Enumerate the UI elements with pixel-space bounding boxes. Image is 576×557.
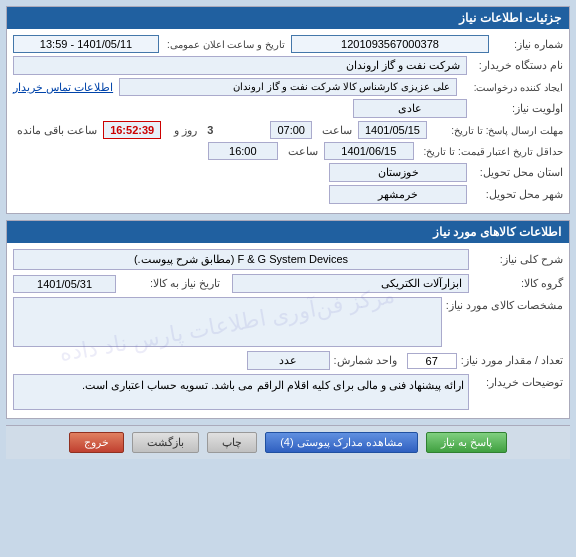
answer-button[interactable]: پاسخ به نیاز (426, 432, 507, 453)
group-label: گروه کالا: (473, 277, 563, 290)
group-value: ابزارآلات الکتریکی (232, 274, 469, 293)
exit-button[interactable]: خروج (69, 432, 124, 453)
send-from-time: 07:00 (270, 121, 312, 139)
send-to-time-label: ساعت (284, 145, 318, 158)
province-value: خوزستان (329, 163, 467, 182)
group-date-value: 1401/05/31 (13, 275, 116, 293)
datetime-value: 1401/05/11 - 13:59 (13, 35, 159, 53)
send-from-time-label: ساعت (318, 124, 352, 137)
type-label: شرح کلی نیاز: (473, 253, 563, 266)
desc-label: توضیحات خریدار: (473, 374, 563, 389)
datetime-label: تاریخ و ساعت اعلان عمومی: (163, 39, 285, 50)
requester-value: علی عزیزی کارشناس کالا شرکت نفت و گاز ار… (119, 78, 457, 96)
button-row: پاسخ به نیاز مشاهده مدارک پیوستی (4) چاپ… (6, 425, 570, 459)
buyer-label: نام دستگاه خریدار: (473, 59, 563, 72)
remaining-days-label: 3 (203, 124, 213, 136)
unit-label: واحد شمارش: (334, 354, 397, 367)
specs-label: مشخصات کالای مورد نیاز: (446, 297, 563, 312)
type-value: F & G System Devices (مطابق شرح پیوست.) (13, 249, 469, 270)
view-button[interactable]: مشاهده مدارک پیوستی (4) (265, 432, 418, 453)
unit-value: عدد (247, 351, 330, 370)
send-to-date: 1401/06/15 (324, 142, 413, 160)
print-button[interactable]: چاپ (207, 432, 257, 453)
info-section-header: جزئیات اطلاعات نیاز (7, 7, 569, 29)
requester-label: ایجاد کننده درخواست: (463, 82, 563, 93)
products-section-header: اطلاعات کالاهای مورد نیاز (7, 221, 569, 243)
group-date-label: تاریخ نیاز به کالا: (120, 277, 220, 290)
send-from-label: مهلت ارسال پاسخ: تا تاریخ: (433, 125, 563, 136)
contact-link[interactable]: اطلاعات تماس خریدار (13, 81, 113, 94)
remaining-time: 16:52:39 (103, 121, 161, 139)
remaining-day-label: روز و (167, 124, 197, 137)
send-to-label: حداقل تاریخ اعتبار قیمت: تا تاریخ: (420, 146, 563, 157)
remaining-label: ساعت باقی مانده (13, 124, 97, 137)
priority-label: اولویت نیاز: (473, 102, 563, 115)
priority-value: عادی (353, 99, 467, 118)
qty-input[interactable] (407, 353, 457, 369)
city-value: خرمشهر (329, 185, 467, 204)
back-button[interactable]: بازگشت (132, 432, 199, 453)
desc-value: ارائه پیشنهاد فنی و مالی برای کلیه اقلام… (13, 374, 469, 410)
province-label: استان محل تحویل: (473, 166, 563, 179)
qty-label: تعداد / مقدار مورد نیاز: (461, 354, 563, 367)
serial-value: 1201093567000378 (291, 35, 489, 53)
send-from-date: 1401/05/15 (358, 121, 427, 139)
send-to-time: 16:00 (208, 142, 279, 160)
buyer-value: شرکت نفت و گاز اروندان (13, 56, 467, 75)
serial-label: شماره نیاز: (493, 38, 563, 51)
city-label: شهر محل تحویل: (473, 188, 563, 201)
